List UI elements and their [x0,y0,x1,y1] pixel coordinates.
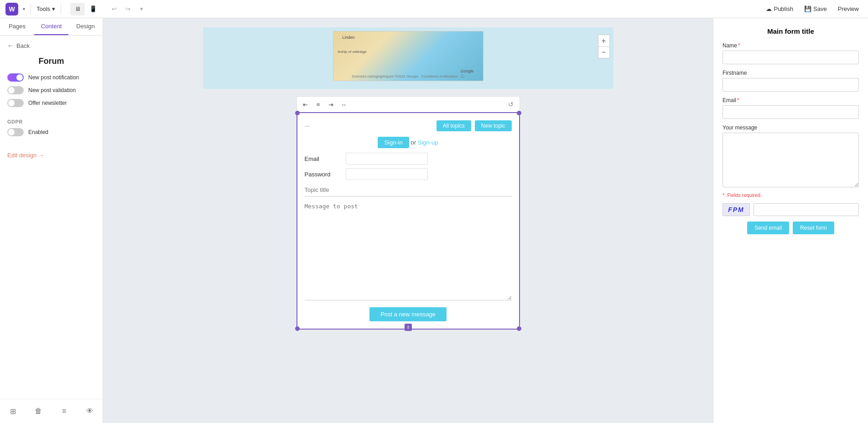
layers-button[interactable]: ≡ [57,404,72,418]
toggle-knob [8,129,15,135]
sidebar-tabs: Pages Content Design [0,18,103,36]
email-required-star: * [737,97,739,103]
toggle-row-notification: New post notification [7,73,95,82]
canvas-inner: Linden inship of odbridge Données cartog… [203,27,613,339]
align-right-button[interactable]: ⇥ [325,98,337,110]
topic-title-input[interactable] [305,184,512,196]
tools-menu[interactable]: Tools ▾ [36,5,55,12]
save-icon: 💾 [804,5,811,12]
forum-widget-wrapper: ⇤ ≡ ⇥ ↔ ↺ [203,96,613,330]
email-label: Email [305,155,341,162]
gdpr-section: GDPR Enabled [0,119,103,148]
canvas-area: Linden inship of odbridge Données cartog… [103,18,713,423]
forum-header: ··· All topics New topic [305,120,512,131]
form-name-input[interactable] [722,51,859,64]
right-panel: Main form title Name * Firstname Email *… [713,18,868,423]
divider [31,4,31,15]
logo: W [5,3,18,15]
save-button[interactable]: 💾 Save [800,4,831,14]
cloud-icon: ☁ [766,5,772,12]
post-new-message-button[interactable]: Post a new message [369,307,447,321]
form-actions: Send email Reset form [722,222,859,234]
logo-chevron-icon[interactable]: ▾ [23,6,25,11]
forum-widget-toolbar: ⇤ ≡ ⇥ ↔ ↺ [296,96,520,112]
map-controls: + − [598,35,610,58]
map-zoom-out-button[interactable]: − [598,46,610,58]
preview-button[interactable]: Preview [834,4,863,14]
resize-icon: ⇕ [405,324,412,331]
resize-handle-br[interactable] [517,326,521,331]
resize-handle-bl[interactable] [295,326,300,331]
map-zoom-in-button[interactable]: + [598,35,610,46]
sign-up-link[interactable]: Sign-up [418,139,438,146]
back-button[interactable]: ← Back [0,36,103,54]
all-topics-button[interactable]: All topics [437,120,471,131]
sidebar-section-title: Forum [0,54,103,73]
tab-pages[interactable]: Pages [0,18,34,35]
email-label-row: Email * [722,97,859,103]
mobile-view-button[interactable]: 📱 [86,3,100,15]
captcha-input[interactable] [754,203,859,216]
add-section-button[interactable]: ⊞ [5,404,20,418]
align-full-button[interactable]: ↔ [338,98,350,110]
new-post-notification-toggle[interactable] [7,73,24,82]
forum-more-options-button[interactable]: ··· [305,122,310,129]
captcha-row: FPM [722,203,859,216]
redo-button[interactable]: ↪ [121,3,134,15]
toggle-knob [16,74,23,81]
new-post-validation-toggle[interactable] [7,86,24,94]
resize-handle-tl[interactable] [295,111,300,115]
email-input[interactable] [346,153,428,165]
undo-button[interactable]: ↩ [108,3,120,15]
device-switcher: 🖥 📱 [70,3,100,15]
toggle-row-newsletter: Offer newsletter [7,99,95,107]
sign-in-button[interactable]: Sign-in [378,137,409,148]
edit-design-link[interactable]: Edit design → [0,148,103,162]
reset-form-button[interactable]: Reset form [793,222,834,234]
name-required-star: * [738,42,740,49]
form-title: Main form title [722,27,859,35]
resize-handle-tr[interactable] [517,111,521,115]
message-label-row: Your message [722,124,859,131]
form-message-textarea[interactable] [722,133,859,187]
delete-button[interactable]: 🗑 [31,404,46,418]
align-left-button[interactable]: ⇤ [300,98,312,110]
toggle-row-validation: New post validation [7,86,95,94]
captcha-image: FPM [722,203,750,216]
offer-newsletter-toggle[interactable] [7,99,24,107]
message-textarea[interactable] [305,200,512,300]
toggle-knob [8,100,15,106]
reset-widget-button[interactable]: ↺ [505,98,517,110]
new-topic-button[interactable]: New topic [475,120,512,131]
align-right-icon: ⇥ [328,101,333,108]
firstname-label-row: Firstname [722,70,859,76]
password-input[interactable] [346,168,428,180]
form-firstname-input[interactable] [722,78,859,92]
tools-chevron-icon: ▾ [52,5,55,12]
tab-design[interactable]: Design [68,18,103,35]
align-center-button[interactable]: ≡ [312,98,324,110]
password-field-row: Password [305,168,512,180]
email-field-row: Email [305,153,512,165]
send-email-button[interactable]: Send email [747,222,789,234]
forum-widget: ··· All topics New topic [296,112,520,330]
gdpr-enabled-toggle[interactable] [7,128,24,136]
canvas-center: Linden inship of odbridge Données cartog… [112,27,704,339]
history-controls: ↩ ↪ ▾ [108,3,148,15]
tab-content[interactable]: Content [34,18,68,35]
resize-handle-bottom[interactable]: ⇕ [405,324,412,331]
back-arrow-icon: ← [7,42,14,49]
sidebar-toggles-section: New post notification New post validatio… [0,73,103,119]
form-email-input[interactable] [722,105,859,119]
divider2 [61,4,61,15]
publish-button[interactable]: ☁ Publish [762,4,797,14]
gdpr-toggle-row: Enabled [7,128,95,136]
topbar-right: ☁ Publish 💾 Save Preview [762,4,863,14]
desktop-view-button[interactable]: 🖥 [70,3,85,15]
reset-icon: ↺ [508,101,514,108]
map-widget: Linden inship of odbridge Données cartog… [333,31,483,81]
visibility-button[interactable]: 👁 [83,404,97,418]
forum-sign-area: Sign-in or Sign-up [305,137,512,148]
required-note: *: Fields required. [722,192,859,198]
more-history-button[interactable]: ▾ [135,3,148,15]
